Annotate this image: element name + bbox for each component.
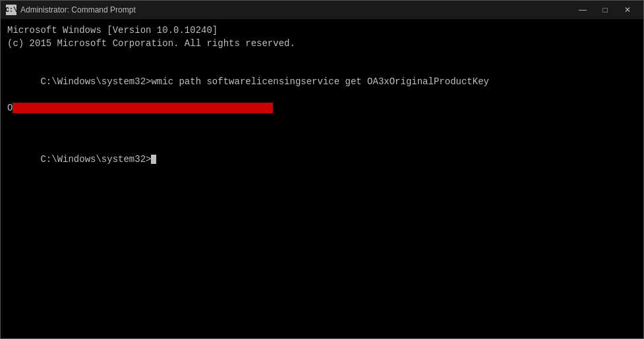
- output-line-blank-1: [7, 50, 637, 63]
- prompt-2: C:\Windows\system32>: [40, 154, 151, 165]
- cmd-window: C:\ Administrator: Command Prompt — □ ✕ …: [0, 0, 644, 339]
- cursor: [151, 155, 156, 164]
- command-line: C:\Windows\system32>wmic path softwareli…: [7, 63, 637, 102]
- minimize-button[interactable]: —: [572, 3, 593, 16]
- cmd-icon: C:\: [6, 5, 16, 15]
- output-line-2: (c) 2015 Microsoft Corporation. All righ…: [7, 38, 637, 51]
- output-line-blank-2: [7, 115, 637, 128]
- command-text: wmic path softwarelicensingservice get O…: [151, 76, 488, 87]
- terminal-body[interactable]: Microsoft Windows [Version 10.0.10240] (…: [1, 19, 643, 338]
- output-line-1: Microsoft Windows [Version 10.0.10240]: [7, 24, 637, 38]
- maximize-button[interactable]: □: [595, 3, 616, 16]
- close-button[interactable]: ✕: [617, 3, 638, 16]
- output-line-blank-3: [7, 128, 637, 141]
- redacted-key: [13, 103, 273, 113]
- title-bar-controls: — □ ✕: [572, 3, 638, 16]
- title-bar: C:\ Administrator: Command Prompt — □ ✕: [1, 1, 643, 19]
- output-line-3: O: [7, 102, 637, 115]
- prompt-1: C:\Windows\system32>: [40, 76, 151, 87]
- title-bar-text: Administrator: Command Prompt: [20, 5, 136, 14]
- title-bar-left: C:\ Administrator: Command Prompt: [6, 5, 136, 15]
- prompt-line-2: C:\Windows\system32>: [7, 140, 637, 179]
